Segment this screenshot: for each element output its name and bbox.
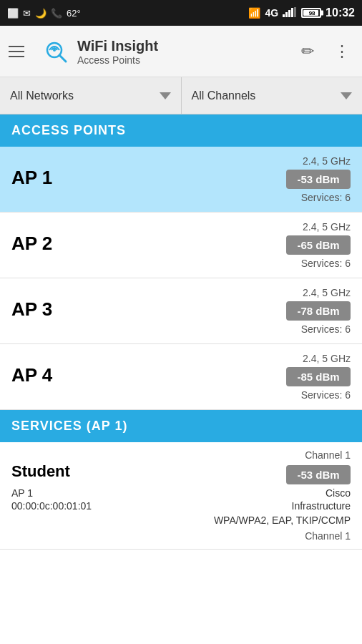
ap-4-dbm: -85 dBm	[286, 367, 351, 386]
battery-icon: 98	[301, 8, 321, 18]
ap-2-dbm: -65 dBm	[286, 235, 351, 255]
filter-row: All Networks All Channels	[0, 77, 362, 114]
network-type: 4G	[265, 7, 278, 19]
app-title-block: WiFi Insight Access Points	[77, 37, 296, 66]
status-bar-left: ⬜ ✉ 🌙 📞 62°	[7, 8, 81, 19]
svg-point-6	[53, 49, 56, 52]
channel-filter-button[interactable]: All Channels	[182, 77, 363, 114]
service-channel2: Channel 1	[305, 530, 351, 542]
app-title: WiFi Insight	[77, 37, 296, 54]
service-name: Student	[11, 462, 70, 481]
service-ap: AP 1	[11, 487, 33, 499]
ap-1-right: 2.4, 5 GHz -53 dBm Services: 6	[286, 155, 351, 203]
ap-3-name: AP 3	[11, 287, 52, 321]
app-bar: WiFi Insight Access Points ✏ ⋮	[0, 26, 362, 77]
ap-3-services: Services: 6	[301, 323, 351, 335]
ap-4-services: Services: 6	[301, 389, 351, 401]
ap-4-right: 2.4, 5 GHz -85 dBm Services: 6	[286, 353, 351, 401]
service-security: WPA/WPA2, EAP, TKIP/CCMP	[214, 514, 351, 526]
ap-2-right: 2.4, 5 GHz -65 dBm Services: 6	[286, 221, 351, 269]
ap-1-services: Services: 6	[301, 192, 351, 203]
network-filter-label: All Networks	[10, 89, 74, 102]
ap-item-3[interactable]: AP 3 2.4, 5 GHz -78 dBm Services: 6	[0, 278, 362, 344]
network-filter-arrow	[160, 92, 171, 99]
screen-icon: ⬜	[7, 8, 19, 19]
services-section-header: SERVICES (AP 1)	[0, 410, 362, 442]
service-dbm: -53 dBm	[286, 465, 351, 484]
status-bar-right: 📶 4G 98 10:32	[248, 6, 355, 19]
hamburger-line-2	[9, 51, 24, 52]
svg-rect-1	[285, 12, 288, 17]
services-header-text: SERVICES (AP 1)	[11, 419, 127, 433]
svg-rect-2	[288, 10, 290, 17]
service-infrastructure: Infrastructure	[292, 500, 351, 512]
edit-button[interactable]: ✏	[296, 40, 319, 63]
ap-item-4[interactable]: AP 4 2.4, 5 GHz -85 dBm Services: 6	[0, 344, 362, 410]
signal-icon	[283, 7, 297, 19]
ap-2-freq: 2.4, 5 GHz	[303, 221, 351, 233]
service-item-student[interactable]: Channel 1 Student -53 dBm AP 1 Cisco 00:…	[0, 442, 362, 550]
ap-item-1[interactable]: AP 1 2.4, 5 GHz -53 dBm Services: 6	[0, 147, 362, 213]
wifi-search-icon	[41, 37, 70, 66]
channel-filter-label: All Channels	[192, 89, 256, 102]
svg-rect-4	[294, 7, 296, 17]
service-channel-label: Channel 1	[305, 449, 351, 461]
ap-3-dbm: -78 dBm	[286, 301, 351, 321]
access-points-header-text: ACCESS POINTS	[11, 123, 126, 137]
hamburger-line-3	[9, 56, 24, 57]
hamburger-button[interactable]	[9, 39, 34, 64]
svg-rect-3	[291, 8, 293, 17]
more-button[interactable]: ⋮	[331, 40, 353, 63]
ap-1-freq: 2.4, 5 GHz	[303, 155, 351, 167]
access-points-section-header: ACCESS POINTS	[0, 114, 362, 147]
wifi-icon: 📶	[248, 7, 260, 19]
ap-2-name: AP 2	[11, 221, 52, 255]
ap-1-name: AP 1	[11, 155, 52, 189]
svg-line-7	[59, 55, 66, 62]
moon-icon: 🌙	[35, 8, 47, 19]
ap-4-freq: 2.4, 5 GHz	[303, 353, 351, 364]
app-icon	[40, 36, 72, 67]
ap-3-freq: 2.4, 5 GHz	[303, 287, 351, 298]
channel-filter-arrow	[341, 92, 352, 99]
ap-4-name: AP 4	[11, 353, 52, 386]
app-subtitle: Access Points	[77, 54, 296, 66]
status-bar: ⬜ ✉ 🌙 📞 62° 📶 4G 98 10:32	[0, 0, 362, 26]
mail-icon: ✉	[23, 8, 31, 19]
network-filter-button[interactable]: All Networks	[0, 77, 182, 114]
service-mac: 00:00:0c:00:01:01	[11, 500, 92, 512]
ap-2-services: Services: 6	[301, 258, 351, 269]
ap-item-2[interactable]: AP 2 2.4, 5 GHz -65 dBm Services: 6	[0, 213, 362, 278]
ap-3-right: 2.4, 5 GHz -78 dBm Services: 6	[286, 287, 351, 335]
temp-label: 62°	[67, 8, 81, 19]
app-bar-actions: ✏ ⋮	[296, 40, 353, 63]
time-label: 10:32	[326, 6, 355, 19]
svg-rect-0	[283, 14, 285, 17]
phone-icon: 📞	[51, 8, 62, 19]
service-vendor: Cisco	[326, 487, 351, 499]
hamburger-line-1	[9, 46, 24, 47]
ap-1-dbm: -53 dBm	[286, 170, 351, 189]
